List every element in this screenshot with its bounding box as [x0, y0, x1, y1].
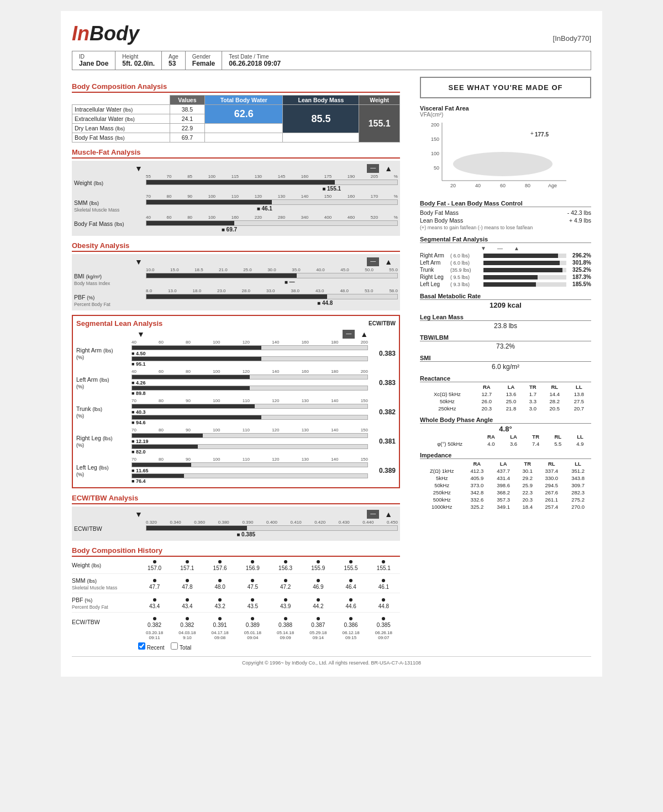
- footer: Copyright © 1996~ by InBody Co., Ltd. Al…: [72, 656, 591, 666]
- bfm-track: [146, 220, 398, 226]
- age-label: Age: [169, 54, 178, 60]
- seg-fat-title: Segmental Fat Analysis: [420, 236, 591, 243]
- lbm-value: 85.5: [283, 105, 359, 133]
- seg-ra-pct: 296.2%: [566, 252, 591, 259]
- impedance-table: RA LA TR RL LL Z(Ω) 1kHz 412.3 437.7 30.: [420, 460, 591, 510]
- wbpa-col-la: LA: [502, 433, 524, 440]
- seg-tr-label: Trunk: [420, 267, 450, 273]
- lbm-sign: +: [569, 217, 572, 224]
- hist-pbf-values: 43.4 43.4 43.2 43.5 43.9 44.2 44.6 44.8: [138, 597, 400, 609]
- sla-ra-bar: 406080100120140160180200 ■ 4.50 ■ 95.1: [131, 340, 368, 367]
- sla-tr-label: Trunk (lbs)(%): [76, 405, 131, 419]
- wbpa-table: RA LA TR RL LL φ(°) 50kHz 4.0 3.6 7.4: [420, 433, 591, 447]
- pbf-val: ■ 44.8: [146, 300, 398, 306]
- svg-text:100: 100: [431, 151, 439, 156]
- bfm-value: 69.7: [170, 133, 204, 143]
- table-row: 1000kHz 325.2 349.1 18.4 257.4 270.0: [420, 503, 591, 510]
- bmr-section: Basal Metabolic Rate 1209 kcal: [420, 293, 591, 309]
- history-section: Weight (lbs) 157.0 157.1 157.6 156.9 156…: [72, 559, 400, 651]
- bfm-sign: -: [567, 209, 570, 216]
- sla-la-label: Left Arm (lbs)(%): [76, 376, 131, 389]
- logo-area: InBody: [72, 22, 139, 45]
- ecw-bar-area: 0.3200.3400.3600.3800.3900.4000.4100.420…: [146, 520, 398, 537]
- date-value: 06.26.2018 09:07: [229, 60, 281, 67]
- seg-ll-row: Left Leg ( 9.3 lbs) 185.5%: [420, 281, 591, 287]
- lbm-ctrl-label: Lean Body Mass: [420, 217, 463, 224]
- oarrow-up: ▲: [385, 257, 398, 266]
- tbw-lbm-section: TBW/LBM 73.2%: [420, 334, 591, 350]
- tbw-lbm-value: 73.2%: [420, 342, 591, 350]
- col-tbw: Total Body Water: [205, 96, 283, 105]
- reactance-section: Reactance RA LA TR RL LL: [420, 375, 591, 412]
- arrow-up: ▲: [385, 164, 398, 173]
- mfa-section: ▼ — ▲ Weight (lbs) 557085100115130145160…: [72, 161, 400, 236]
- bmi-label: BMI (kg/m²)Body Mass Index: [74, 267, 146, 286]
- lbm-ctrl-val: 4.9 lbs: [574, 217, 591, 224]
- slogan-box: SEE WHAT YOU'RE MADE OF: [420, 77, 591, 98]
- bfm-fill: [146, 221, 234, 225]
- bfm-control-row: Body Fat Mass - 42.3 lbs: [420, 209, 591, 216]
- svg-text:80: 80: [525, 183, 530, 188]
- svg-text:20: 20: [450, 183, 456, 188]
- sla-right-leg-row: Right Leg (lbs)(%) 708090100110120130140…: [76, 428, 396, 455]
- sla-left-arm-row: Left Arm (lbs)(%) 4060801001201401601802…: [76, 369, 396, 396]
- seg-fat-arrows: ▼—▲: [420, 245, 591, 251]
- smi-title: SMI: [420, 355, 591, 362]
- lbm-control-row: Lean Body Mass + 4.9 lbs: [420, 217, 591, 224]
- svg-text:177.5: 177.5: [535, 131, 549, 138]
- sla-la-ecw: 0.383: [368, 379, 396, 387]
- visceral-fat-section: Visceral Fat Area VFA(cm²) 200 150 100 5…: [420, 105, 591, 194]
- impedance-section: Impedance RA LA TR RL LL: [420, 452, 591, 510]
- bfm-ctrl-label: Body Fat Mass: [420, 209, 459, 216]
- date-label: Test Date / Time: [229, 54, 281, 60]
- bfm-val: ■ 69.7: [146, 226, 398, 233]
- sla-ll-bar: 708090100110120130140150 ■ 11.65 ■ 76.4: [131, 457, 368, 484]
- bfm-ctrl-val: 42.3 lbs: [571, 209, 591, 216]
- ecw-tbw-title: ECW/TBW Analysis: [72, 494, 400, 504]
- height-label: Height: [122, 54, 155, 60]
- seg-fat-section: Segmental Fat Analysis ▼—▲ Right Arm ( 6…: [420, 236, 591, 287]
- gender-value: Female: [192, 60, 215, 67]
- sla-right-arm-row: Right Arm (lbs)(%) 406080100120140160180…: [76, 340, 396, 367]
- history-title: Body Composition History: [72, 546, 400, 557]
- seg-tr-pct: 325.2%: [566, 267, 591, 273]
- table-row: 5kHz 405.9 431.4 29.2 330.0 343.8: [420, 474, 591, 482]
- height-value: 5ft. 02.0in.: [122, 60, 155, 67]
- sla-ra-ecw: 0.383: [368, 350, 396, 357]
- patient-gender-cell: Gender Female: [186, 51, 222, 70]
- smm-row: SMM (lbs)Skeletal Muscle Mass 7080901001…: [74, 194, 398, 213]
- recent-checkbox[interactable]: [138, 642, 145, 650]
- hist-smm-row: SMM (lbs)Skeletal Muscle Mass 47.7 47.8 …: [72, 577, 400, 593]
- smi-section: SMI 6.0 kg/m²: [420, 355, 591, 371]
- hist-ecw-values: 0.382 0.382 0.391 0.389 0.388 0.387 0.38…: [138, 616, 400, 628]
- pbf-row: PBF (%)Percent Body Fat 8.013.018.023.02…: [74, 288, 398, 307]
- llm-value: 23.8 lbs: [420, 322, 591, 330]
- ecw-label: ECW/TBW: [74, 520, 146, 532]
- smi-value: 6.0 kg/m²: [420, 363, 591, 371]
- bf-control-section: Body Fat - Lean Body Mass Control Body F…: [420, 200, 591, 230]
- react-col-ll: LL: [567, 383, 591, 391]
- react-row-0-freq: Xc(Ω) 5kHz: [420, 391, 475, 398]
- main-layout: Body Composition Analysis Values Total B…: [72, 77, 591, 651]
- table-row: Xc(Ω) 5kHz 12.7 13.6 1.7 14.4 13.8: [420, 391, 591, 398]
- sla-trunk-row: Trunk (lbs)(%) 708090100110120130140150 …: [76, 398, 396, 425]
- weight-row: Weight (lbs) 557085100115130145160175190…: [74, 174, 398, 192]
- wt-value: 155.1: [359, 105, 400, 143]
- table-row: 50kHz 373.0 398.6 25.9 294.5 309.7: [420, 482, 591, 489]
- svg-text:200: 200: [431, 122, 439, 128]
- seg-rl-row: Right Leg ( 9.5 lbs) 187.3%: [420, 274, 591, 280]
- vfa-subtitle: VFA(cm²): [420, 112, 591, 118]
- wbpa-col-rl: RL: [547, 433, 569, 440]
- reactance-title: Reactance: [420, 375, 591, 382]
- svg-text:150: 150: [431, 136, 439, 142]
- table-row: 250kHz 20.3 21.8 3.0 20.5 20.7: [420, 405, 591, 412]
- weight-scale: 557085100115130145160175190205%: [146, 174, 398, 179]
- id-label: ID: [79, 54, 108, 60]
- sla-la-pct: ■ 89.8: [131, 391, 368, 396]
- pbf-bar-area: 8.013.018.023.028.033.038.043.048.053.05…: [146, 288, 398, 306]
- obesity-title: Obesity Analysis: [72, 241, 400, 252]
- react-col-la: LA: [499, 383, 523, 391]
- total-checkbox[interactable]: [171, 642, 178, 650]
- hist-pbf-row: PBF (%)Percent Body Fat 43.4 43.4 43.2 4…: [72, 597, 400, 613]
- ecw-section: ▼ — ▲ ECW/TBW 0.3200.3400.3600.3800.3900…: [72, 507, 400, 541]
